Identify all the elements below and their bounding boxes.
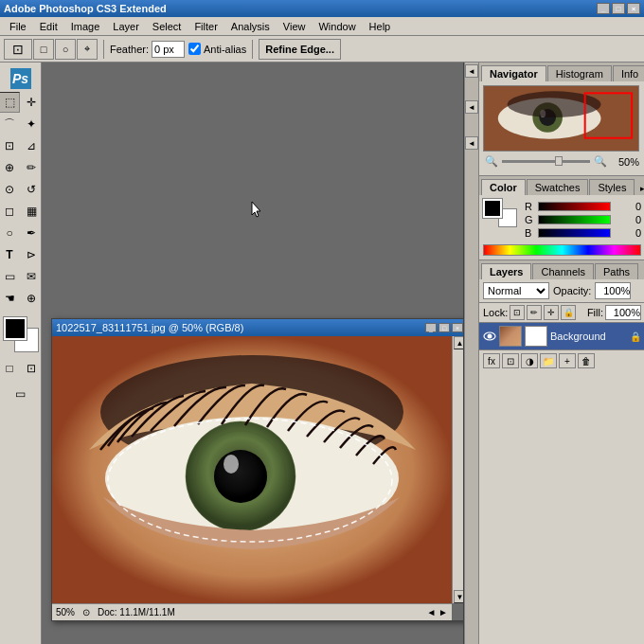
g-label: G <box>525 214 534 225</box>
tab-swatches[interactable]: Swatches <box>527 179 589 195</box>
layer-eye-icon[interactable] <box>483 330 496 343</box>
zoom-minus[interactable]: 🔍 <box>485 155 498 168</box>
b-value: 0 <box>615 227 641 239</box>
path-select[interactable]: ⊳ <box>21 244 42 265</box>
close-btn[interactable]: × <box>627 3 640 14</box>
shape-tool[interactable]: ▭ <box>0 266 20 287</box>
tab-navigator[interactable]: Navigator <box>481 65 546 81</box>
layers-panel-menu[interactable]: ▸ <box>639 266 644 279</box>
r-value: 0 <box>615 201 641 212</box>
layer-del-btn[interactable]: 🗑 <box>578 353 595 368</box>
doc-scrollbar-right[interactable]: ▲ ▼ <box>452 336 463 603</box>
tab-info[interactable]: Info <box>613 65 644 81</box>
title-controls[interactable]: _ □ × <box>597 3 640 14</box>
r-slider-track[interactable] <box>538 202 611 211</box>
menu-view[interactable]: View <box>277 19 312 34</box>
pen-tool[interactable]: ✒ <box>21 223 42 243</box>
tab-channels[interactable]: Channels <box>532 263 593 279</box>
brush-tool[interactable]: ✏ <box>21 157 42 178</box>
tab-layers[interactable]: Layers <box>481 263 531 279</box>
zoom-slider-track[interactable] <box>502 160 590 163</box>
eyedropper-tool[interactable]: ⊿ <box>21 135 42 156</box>
doc-image-area[interactable] <box>52 336 452 603</box>
menu-select[interactable]: Select <box>147 19 188 34</box>
zoom-tool[interactable]: ⊕ <box>21 288 42 309</box>
lock-all-btn[interactable]: 🔒 <box>561 305 576 320</box>
menu-analysis[interactable]: Analysis <box>225 19 276 34</box>
menu-help[interactable]: Help <box>364 19 397 34</box>
layer-group-btn[interactable]: 📁 <box>540 353 557 368</box>
lock-position-btn[interactable]: ✛ <box>544 305 559 320</box>
layer-adj-btn[interactable]: ◑ <box>521 353 538 368</box>
fg-swatch[interactable] <box>483 199 502 218</box>
doc-close[interactable]: × <box>452 323 463 332</box>
magic-wand[interactable]: ✦ <box>21 114 42 134</box>
doc-status-bar: 50% ⊙ Doc: 11.1M/11.1M ◄ ► <box>52 603 452 620</box>
color-panel-menu[interactable]: ▸ <box>635 182 644 195</box>
g-slider-track[interactable] <box>538 215 611 224</box>
nav-arrows[interactable]: ◄ ► <box>426 607 448 617</box>
color-spectrum-bar[interactable] <box>483 244 641 256</box>
collapse-color-btn[interactable]: ◄ <box>465 100 478 114</box>
doc-minimize[interactable]: _ <box>425 323 437 332</box>
eraser-tool[interactable]: ◻ <box>0 201 20 222</box>
menu-file[interactable]: File <box>4 19 32 34</box>
screen-mode[interactable]: ▭ <box>10 384 31 404</box>
lock-pixels-btn[interactable]: ✏ <box>527 305 542 320</box>
antialias-checkbox[interactable] <box>188 43 201 55</box>
doc-title-controls[interactable]: _ □ × <box>425 323 463 332</box>
r-label: R <box>525 201 534 212</box>
menu-window[interactable]: Window <box>313 19 361 34</box>
menu-filter[interactable]: Filter <box>188 19 223 34</box>
lasso-tool[interactable]: ⌒ <box>0 114 20 134</box>
quick-mask[interactable]: ⊡ <box>21 358 42 379</box>
blend-mode-select[interactable]: Normal <box>483 282 549 299</box>
marquee-tool[interactable]: ⬚ <box>0 92 20 113</box>
maximize-btn[interactable]: □ <box>612 3 625 14</box>
tool-lasso-btn[interactable]: ⌖ <box>77 39 98 60</box>
tool-ellipse-btn[interactable]: ○ <box>55 39 76 60</box>
menu-layer[interactable]: Layer <box>107 19 145 34</box>
layer-background-row[interactable]: Background 🔒 <box>479 323 644 349</box>
gradient-tool[interactable]: ▦ <box>21 201 42 222</box>
feather-input[interactable] <box>152 41 185 58</box>
notes-tool[interactable]: ✉ <box>21 266 42 287</box>
fill-input[interactable] <box>605 305 641 320</box>
refine-edge-btn[interactable]: Refine Edge... <box>259 39 341 60</box>
doc-maximize[interactable]: □ <box>438 323 450 332</box>
move-tool[interactable]: ✛ <box>21 92 42 113</box>
tool-select-btn[interactable]: ⊡ <box>4 39 32 60</box>
healing-tool[interactable]: ⊕ <box>0 157 20 178</box>
tab-color[interactable]: Color <box>481 179 526 195</box>
b-slider-track[interactable] <box>538 228 611 238</box>
clone-tool[interactable]: ⊙ <box>0 179 20 200</box>
menu-image[interactable]: Image <box>65 19 106 34</box>
hand-tool[interactable]: ☚ <box>0 288 20 309</box>
zoom-slider-thumb[interactable] <box>555 156 563 166</box>
lock-transparent-btn[interactable]: ⊡ <box>510 305 525 320</box>
minimize-btn[interactable]: _ <box>597 3 610 14</box>
crop-tool[interactable]: ⊡ <box>0 135 20 156</box>
zoom-plus[interactable]: 🔍 <box>594 155 607 168</box>
layer-new-btn[interactable]: + <box>559 353 576 368</box>
tab-paths[interactable]: Paths <box>595 263 638 279</box>
collapse-layers-btn[interactable]: ◄ <box>465 136 478 150</box>
dodge-tool[interactable]: ○ <box>0 223 20 243</box>
nav-zoom-bar: 🔍 🔍 50% <box>483 152 641 171</box>
opacity-input[interactable] <box>595 282 631 299</box>
tool-row-2: ⌒ ✦ <box>0 114 42 134</box>
ps-logo: Ps <box>10 68 31 89</box>
tab-histogram[interactable]: Histogram <box>547 65 612 81</box>
scroll-up-btn[interactable]: ▲ <box>454 336 464 349</box>
menu-edit[interactable]: Edit <box>34 19 63 34</box>
text-tool[interactable]: T <box>0 244 20 265</box>
collapse-navigator-btn[interactable]: ◄ <box>465 64 478 78</box>
standard-mode[interactable]: □ <box>0 358 20 379</box>
history-brush[interactable]: ↺ <box>21 179 42 200</box>
tab-styles[interactable]: Styles <box>589 179 635 195</box>
layer-fx-btn[interactable]: fx <box>483 353 500 368</box>
tool-rect-btn[interactable]: □ <box>33 39 54 60</box>
foreground-color-swatch[interactable] <box>4 317 27 340</box>
layer-mask-btn[interactable]: ⊡ <box>502 353 519 368</box>
scroll-down-btn[interactable]: ▼ <box>454 590 464 603</box>
